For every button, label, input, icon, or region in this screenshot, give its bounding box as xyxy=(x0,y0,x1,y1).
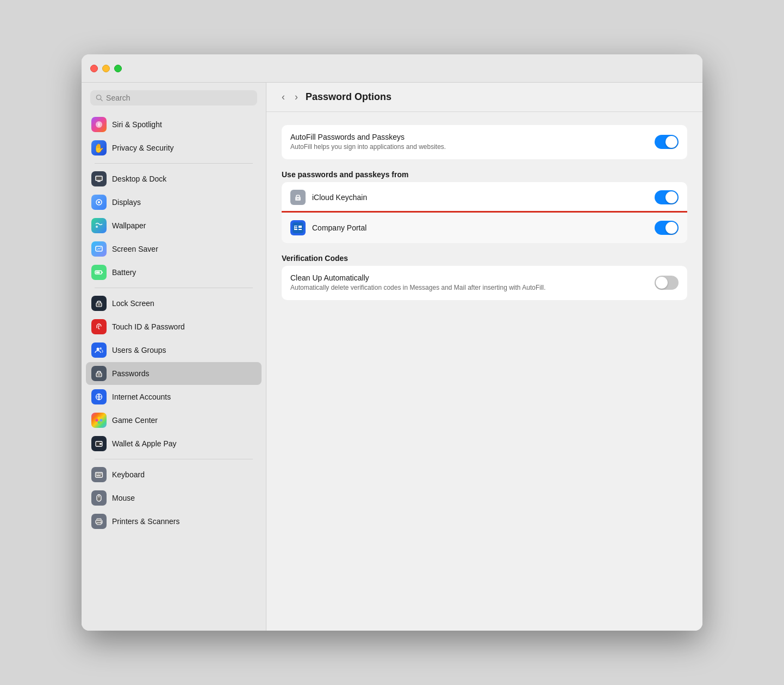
sidebar-item-wallet-label: Wallet & Apple Pay xyxy=(112,439,177,448)
autofill-content: AutoFill Passwords and Passkeys AutoFill… xyxy=(290,133,648,152)
desktop-icon xyxy=(91,171,107,186)
sidebar-item-gamecenter[interactable]: Game Center xyxy=(86,409,262,432)
mouse-icon xyxy=(91,490,107,506)
sidebar-divider-1 xyxy=(95,163,253,164)
sidebar-item-screensaver[interactable]: Screen Saver xyxy=(86,238,262,260)
titlebar xyxy=(82,54,702,83)
svg-rect-29 xyxy=(96,472,103,477)
sidebar-item-lockscreen-label: Lock Screen xyxy=(112,299,154,308)
sidebar-item-siri[interactable]: Siri & Spotlight xyxy=(86,113,262,136)
svg-rect-34 xyxy=(101,474,102,475)
company-portal-toggle[interactable] xyxy=(655,221,679,235)
cleanup-row: Clean Up Automatically Automatically del… xyxy=(282,266,687,300)
svg-point-16 xyxy=(97,348,99,351)
main-header: ‹ › Password Options xyxy=(266,83,702,112)
svg-point-42 xyxy=(297,198,298,199)
sidebar-item-printers-label: Printers & Scanners xyxy=(112,517,180,526)
minimize-button[interactable] xyxy=(102,65,110,72)
sidebar-item-keyboard-label: Keyboard xyxy=(112,470,145,479)
sidebar-item-wallpaper-label: Wallpaper xyxy=(112,221,146,230)
svg-rect-50 xyxy=(296,228,297,229)
sidebar-item-battery-label: Battery xyxy=(112,268,136,277)
svg-line-1 xyxy=(101,99,102,101)
autofill-toggle-knob xyxy=(665,136,677,148)
displays-icon xyxy=(91,195,107,210)
sidebar-item-keyboard[interactable]: Keyboard xyxy=(86,463,262,486)
autofill-subtitle: AutoFill helps you sign into application… xyxy=(290,142,648,152)
autofill-row: AutoFill Passwords and Passkeys AutoFill… xyxy=(282,125,687,159)
sidebar-item-desktop[interactable]: Desktop & Dock xyxy=(86,167,262,190)
svg-rect-38 xyxy=(97,519,101,520)
svg-rect-46 xyxy=(298,229,302,230)
sidebar-item-privacy-label: Privacy & Security xyxy=(112,144,174,152)
sidebar-item-users[interactable]: Users & Groups xyxy=(86,339,262,362)
close-button[interactable] xyxy=(90,65,98,72)
battery-icon xyxy=(91,265,107,280)
company-portal-toggle-knob xyxy=(665,222,677,234)
screensaver-icon xyxy=(91,241,107,257)
sidebar-item-displays[interactable]: Displays xyxy=(86,191,262,214)
icloud-keychain-row: iCloud Keychain xyxy=(282,182,687,213)
sidebar-item-printers[interactable]: Printers & Scanners xyxy=(86,510,262,533)
svg-point-7 xyxy=(98,201,100,203)
cleanup-title: Clean Up Automatically xyxy=(290,273,648,282)
touchid-icon xyxy=(91,319,107,334)
search-icon xyxy=(96,94,103,102)
svg-rect-45 xyxy=(298,226,302,228)
sidebar-item-privacy[interactable]: ✋ Privacy & Security xyxy=(86,136,262,159)
sidebar-item-mouse-label: Mouse xyxy=(112,494,135,502)
internet-icon xyxy=(91,389,107,404)
sidebar-item-passwords[interactable]: Passwords xyxy=(86,362,262,385)
page-title: Password Options xyxy=(306,91,391,103)
maximize-button[interactable] xyxy=(114,65,122,72)
gamecenter-icon xyxy=(91,413,107,428)
icloud-keychain-toggle[interactable] xyxy=(655,190,679,204)
sidebar-item-siri-label: Siri & Spotlight xyxy=(112,120,162,129)
sidebar-item-screensaver-label: Screen Saver xyxy=(112,245,158,253)
icloud-keychain-label: iCloud Keychain xyxy=(312,193,648,202)
sidebar-item-gamecenter-label: Game Center xyxy=(112,416,158,425)
privacy-icon: ✋ xyxy=(91,140,107,155)
svg-rect-3 xyxy=(96,176,102,180)
users-icon xyxy=(91,342,107,358)
svg-rect-31 xyxy=(98,474,99,475)
sidebar-item-touchid[interactable]: Touch ID & Password xyxy=(86,315,262,338)
sidebar-item-internet-label: Internet Accounts xyxy=(112,393,171,401)
wallet-icon xyxy=(91,436,107,451)
wallpaper-icon xyxy=(91,218,107,233)
sidebar-item-internet[interactable]: Internet Accounts xyxy=(86,385,262,408)
keyboard-icon xyxy=(91,467,107,482)
company-portal-icon xyxy=(290,220,306,235)
keychain-row-icon xyxy=(290,190,306,205)
sidebar-item-lockscreen[interactable]: Lock Screen xyxy=(86,292,262,315)
svg-rect-11 xyxy=(102,272,103,273)
sidebar-item-battery[interactable]: Battery xyxy=(86,261,262,284)
icloud-keychain-content: iCloud Keychain xyxy=(312,193,648,202)
sidebar-divider-3 xyxy=(95,459,253,459)
sidebar-item-wallet[interactable]: Wallet & Apple Pay xyxy=(86,432,262,455)
forward-button[interactable]: › xyxy=(293,90,300,104)
main-content: ‹ › Password Options AutoFill Passwords … xyxy=(266,83,702,631)
use-passwords-header: Use passwords and passkeys from xyxy=(282,170,687,179)
company-portal-content: Company Portal xyxy=(312,223,648,232)
svg-point-17 xyxy=(99,347,102,350)
sidebar-item-mouse[interactable]: Mouse xyxy=(86,487,262,509)
sidebar-divider-2 xyxy=(95,288,253,288)
svg-point-15 xyxy=(98,304,99,306)
verification-card: Clean Up Automatically Automatically del… xyxy=(282,266,687,300)
sidebar-item-wallpaper[interactable]: Wallpaper xyxy=(86,214,262,237)
passwords-sources-card: iCloud Keychain xyxy=(282,182,687,243)
search-input[interactable] xyxy=(106,94,252,102)
company-portal-row: Company Portal xyxy=(282,213,687,243)
search-bar[interactable] xyxy=(90,90,257,105)
siri-icon xyxy=(91,117,107,132)
back-button[interactable]: ‹ xyxy=(279,90,287,104)
autofill-card: AutoFill Passwords and Passkeys AutoFill… xyxy=(282,125,687,159)
svg-rect-49 xyxy=(295,228,296,229)
svg-rect-32 xyxy=(99,474,101,475)
svg-rect-12 xyxy=(96,272,100,273)
autofill-toggle[interactable] xyxy=(655,135,679,149)
cleanup-toggle[interactable] xyxy=(655,276,679,290)
svg-point-40 xyxy=(101,521,102,522)
svg-point-23 xyxy=(96,419,98,422)
